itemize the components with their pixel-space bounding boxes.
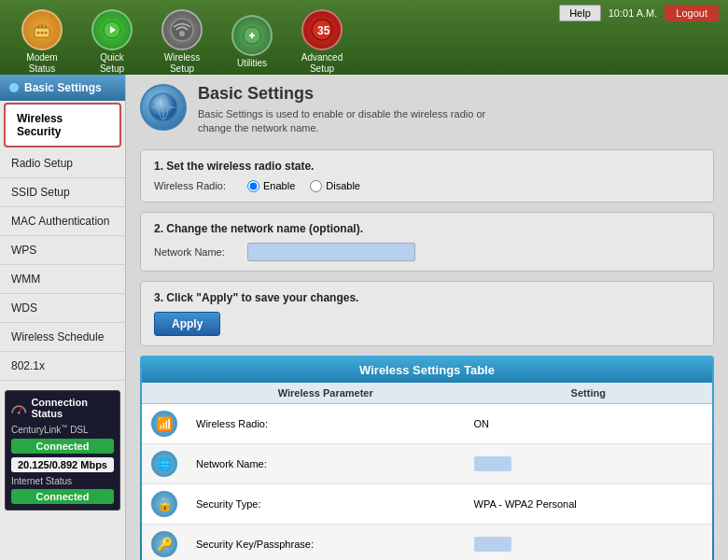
setting-security-type: WPA - WPA2 Personal — [465, 483, 713, 524]
wireless-settings-table-title: Wireless Settings Table — [142, 357, 712, 383]
section-radio-state: 1. Set the wireless radio state. Wireles… — [140, 149, 714, 203]
cs-speed: 20.125/0.892 Mbps — [11, 457, 114, 472]
content-area: Basic Settings Basic Settings is used to… — [126, 75, 728, 560]
sidebar-item-mac-auth[interactable]: MAC Authentication — [0, 207, 125, 236]
col-header-parameter: Wireless Parameter — [187, 383, 465, 404]
utilities-icon — [231, 15, 273, 56]
page-header: Basic Settings Basic Settings is used to… — [140, 84, 714, 136]
sidebar-item-wireless-security[interactable]: Wireless Security — [4, 103, 121, 147]
modem-icon — [21, 9, 63, 50]
section-apply: 3. Click "Apply" to save your changes. A… — [140, 281, 714, 346]
cs-connected-badge: Connected — [11, 439, 114, 454]
sidebar-item-wps[interactable]: WPS — [0, 236, 125, 265]
cs-isp: CenturyLink™ DSL — [11, 424, 114, 435]
section3-title: 3. Click "Apply" to save your changes. — [154, 291, 700, 304]
nav-quick-setup[interactable]: QuickSetup — [79, 9, 145, 75]
network-name-label: Network Name: — [154, 246, 238, 258]
radio-field-row: Wireless Radio: Enable Disable — [154, 180, 700, 192]
network-name-input[interactable] — [247, 243, 415, 261]
sidebar-item-8021x[interactable]: 802.1x — [0, 352, 125, 381]
sidebar-header-label: Basic Settings — [24, 81, 102, 94]
time-display: 10:01 A.M. — [609, 7, 658, 19]
nav-utilities[interactable]: Utilities — [219, 15, 285, 69]
connection-status-box: Connection Status CenturyLink™ DSL Conne… — [5, 390, 120, 511]
radio-enable-label: Enable — [263, 180, 295, 191]
cs-internet-connected: Connected — [11, 489, 114, 504]
connection-status-title: Connection Status — [11, 397, 114, 419]
modem-label: ModemStatus — [26, 52, 57, 75]
table-row: 🔒 Security Type: WPA - WPA2 Personal — [142, 483, 712, 524]
cs-internet-label: Internet Status — [11, 476, 114, 486]
nav-icons: ModemStatus QuickSetup WirelessSetup — [9, 9, 355, 75]
svg-point-2 — [41, 32, 44, 35]
param-security-key: Security Key/Passphrase: — [187, 524, 465, 560]
row-icon-network: 🌐 — [151, 451, 177, 477]
sidebar-header: Basic Settings — [0, 75, 125, 101]
sidebar-item-wds[interactable]: WDS — [0, 294, 125, 323]
svg-point-8 — [171, 19, 193, 41]
svg-text:35: 35 — [317, 24, 330, 37]
page-title: Basic Settings — [198, 84, 515, 104]
section2-title: 2. Change the network name (optional). — [154, 222, 700, 235]
param-security-type: Security Type: — [187, 483, 465, 524]
radio-disable-option[interactable]: Disable — [310, 180, 360, 192]
top-bar-right: Help 10:01 A.M. Logout — [559, 5, 719, 21]
advanced-setup-label: AdvancedSetup — [301, 52, 343, 75]
row-icon-key: 🔑 — [151, 531, 177, 557]
network-name-row: Network Name: — [154, 243, 700, 261]
svg-point-14 — [18, 412, 21, 414]
security-key-value-highlight — [474, 537, 511, 552]
top-bar: Help 10:01 A.M. Logout ModemStatus — [0, 0, 728, 75]
row-icon-radio: 📶 — [151, 411, 177, 437]
wireless-setup-icon — [161, 9, 203, 50]
sidebar-item-wmm[interactable]: WMM — [0, 265, 125, 294]
param-wireless-radio: Wireless Radio: — [187, 403, 465, 443]
sidebar: Basic Settings Wireless Security Radio S… — [0, 75, 126, 560]
table-row: 🌐 Network Name: — [142, 443, 712, 483]
sidebar-item-wireless-schedule[interactable]: Wireless Schedule — [0, 323, 125, 352]
radio-enable-option[interactable]: Enable — [247, 180, 295, 192]
param-network-name: Network Name: — [187, 443, 465, 483]
setting-network-name — [465, 443, 713, 483]
apply-button[interactable]: Apply — [154, 312, 220, 336]
table-row: 🔑 Security Key/Passphrase: — [142, 524, 712, 560]
section1-title: 1. Set the wireless radio state. — [154, 160, 700, 173]
svg-point-9 — [179, 31, 185, 36]
page-icon — [140, 84, 187, 131]
wireless-setup-label: WirelessSetup — [164, 52, 200, 75]
wireless-settings-table-wrapper: Wireless Settings Table Wireless Paramet… — [140, 356, 714, 560]
speedometer-icon — [11, 401, 26, 414]
radio-label: Wireless Radio: — [154, 180, 238, 191]
quick-setup-icon — [91, 9, 133, 50]
setting-security-key — [465, 524, 713, 560]
svg-point-1 — [37, 32, 40, 35]
advanced-setup-icon: 35 — [301, 9, 343, 50]
utilities-label: Utilities — [237, 58, 267, 69]
table-row: 📶 Wireless Radio: ON — [142, 403, 712, 443]
radio-group: Enable Disable — [247, 180, 360, 192]
page-description: Basic Settings is used to enable or disa… — [198, 107, 515, 136]
help-button[interactable]: Help — [559, 5, 601, 21]
logout-button[interactable]: Logout — [665, 5, 719, 21]
col-header-setting: Setting — [465, 383, 713, 404]
sidebar-item-radio-setup[interactable]: Radio Setup — [0, 149, 125, 178]
nav-modem-status[interactable]: ModemStatus — [9, 9, 75, 75]
main-layout: Basic Settings Wireless Security Radio S… — [0, 75, 728, 560]
setting-wireless-radio: ON — [465, 403, 713, 443]
nav-wireless-setup[interactable]: WirelessSetup — [149, 9, 215, 75]
sidebar-dot — [9, 83, 19, 92]
radio-enable-input[interactable] — [247, 180, 259, 192]
nav-advanced-setup[interactable]: 35 AdvancedSetup — [289, 9, 355, 75]
radio-disable-label: Disable — [326, 180, 360, 191]
quick-setup-label: QuickSetup — [100, 52, 124, 75]
radio-disable-input[interactable] — [310, 180, 322, 192]
sidebar-item-ssid-setup[interactable]: SSID Setup — [0, 178, 125, 207]
page-title-block: Basic Settings Basic Settings is used to… — [198, 84, 515, 136]
svg-point-3 — [45, 32, 48, 35]
row-icon-security: 🔒 — [151, 491, 177, 517]
section-network-name: 2. Change the network name (optional). N… — [140, 212, 714, 272]
wireless-settings-table: Wireless Parameter Setting 📶 Wireless Ra… — [142, 383, 712, 560]
network-name-value-highlight — [474, 456, 511, 471]
